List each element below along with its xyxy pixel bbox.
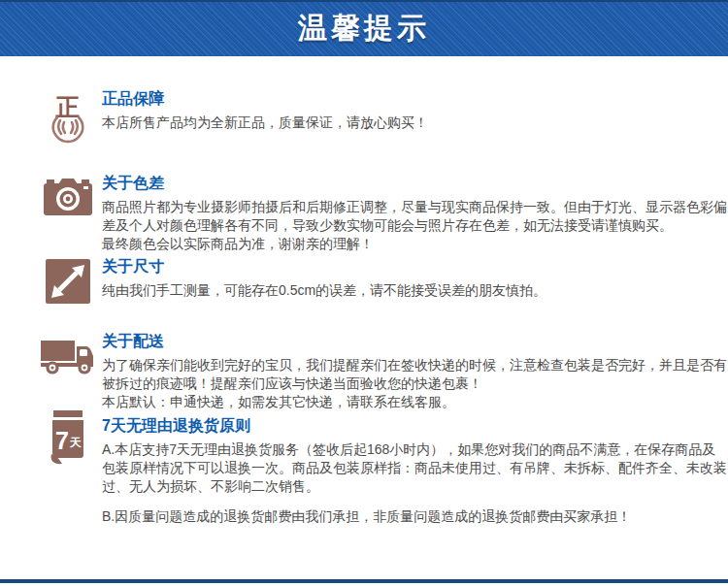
authentic-hands-icon: 正 <box>47 91 89 144</box>
tip-paragraph: 本店所售产品均为全新正品，质量保证，请放心购买！ <box>102 114 727 132</box>
warm-tips-banner: 温馨提示 正 <box>0 0 728 586</box>
tip-section-shipping: 关于配送 为了确保亲们能收到完好的宝贝，我们提醒亲们在签收快递的时候，注意检查包… <box>0 332 728 411</box>
tip-title: 7天无理由退换货原则 <box>102 416 727 436</box>
tip-icon-wrap <box>37 332 99 411</box>
tip-section-size: 关于尺寸 纯由我们手工测量，可能存在0.5cm的误差，请不能接受误差的朋友慎拍。 <box>0 257 728 304</box>
delivery-truck-icon <box>40 338 96 376</box>
tip-paragraph: B.因质量问题造成的退换货邮费由我们承担，非质量问题造成的退换货邮费由买家承担！ <box>102 507 727 526</box>
seven-days-unit-label: 天 <box>69 436 82 449</box>
tip-title: 关于色差 <box>102 174 727 193</box>
tip-section-color: 关于色差 商品照片都为专业摄影师拍摄后和后期修正调整，尽量与现实商品保持一致。但… <box>0 174 728 253</box>
seven-days-number-label: 7 <box>55 427 69 454</box>
tip-section-authentic: 正 正品保障 本店所售产品均为全新正品，质量保证，请放心购买！ <box>0 89 728 144</box>
tip-section-returns: 7 天 7天无理由退换货原则 A.本店支持7天无理由退换货服务（签收后起168小… <box>0 416 728 526</box>
tip-icon-wrap <box>37 257 99 304</box>
genuine-char-label: 正 <box>55 94 81 120</box>
seven-day-calendar-icon: 7 天 <box>49 410 87 467</box>
resize-arrow-icon <box>46 259 90 304</box>
footer-divider-bar <box>0 579 728 583</box>
tip-paragraph: 为了确保亲们能收到完好的宝贝，我们提醒亲们在签收快递的时候，注意检查包装是否完好… <box>102 356 727 393</box>
tip-paragraph: 商品照片都为专业摄影师拍摄后和后期修正调整，尽量与现实商品保持一致。但由于灯光、… <box>102 198 727 235</box>
tip-paragraph: 最终颜色会以实际商品为准，谢谢亲的理解！ <box>102 235 727 253</box>
banner-header: 温馨提示 <box>0 0 728 56</box>
tip-icon-wrap <box>37 174 99 253</box>
tip-title: 正品保障 <box>102 89 727 109</box>
tip-paragraph: 纯由我们手工测量，可能存在0.5cm的误差，请不能接受误差的朋友慎拍。 <box>102 281 727 300</box>
tip-icon-wrap: 正 <box>37 89 99 144</box>
tip-icon-wrap: 7 天 <box>37 416 99 526</box>
tip-paragraph: A.本店支持7天无理由退换货服务（签收后起168小时内），如果您对我们的商品不满… <box>102 440 727 496</box>
tip-title: 关于配送 <box>102 332 727 351</box>
page-title: 温馨提示 <box>298 0 430 56</box>
tip-title: 关于尺寸 <box>102 257 727 277</box>
tips-content: 正 正品保障 本店所售产品均为全新正品，质量保证，请放心购买！ <box>0 56 728 526</box>
camera-icon <box>42 176 94 218</box>
tip-paragraph: 本店默认：申通快递，如需发其它快递，请联系在线客服。 <box>102 393 727 411</box>
